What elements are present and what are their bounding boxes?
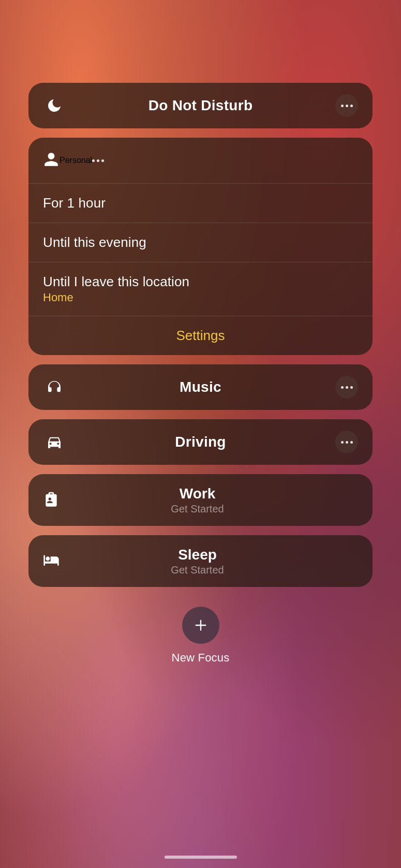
music-title: Music <box>66 379 335 395</box>
three-dots-icon <box>341 386 353 389</box>
badge-icon <box>43 491 60 509</box>
person-icon <box>43 151 60 170</box>
plus-icon <box>194 618 208 632</box>
driving-more-button[interactable] <box>335 431 358 453</box>
work-title: Work <box>60 485 335 503</box>
until-location-label: Until I leave this location <box>43 274 358 290</box>
new-focus-label: New Focus <box>172 651 230 665</box>
do-not-disturb-card[interactable]: Do Not Disturb <box>28 83 373 128</box>
headphone-icon <box>43 376 66 399</box>
personal-more-button[interactable] <box>92 159 104 162</box>
sleep-title-wrap: Sleep Get Started <box>60 546 335 577</box>
for-hour-menu-item[interactable]: For 1 hour <box>28 183 373 223</box>
work-title-wrap: Work Get Started <box>60 485 335 516</box>
driving-card[interactable]: Driving <box>28 419 373 465</box>
until-evening-menu-item[interactable]: Until this evening <box>28 223 373 262</box>
driving-title: Driving <box>66 434 335 450</box>
for-hour-label: For 1 hour <box>43 195 358 211</box>
personal-card-expanded: Personal For 1 hour Until this evening U… <box>28 138 373 355</box>
music-card[interactable]: Music <box>28 364 373 410</box>
sleep-title: Sleep <box>60 546 335 564</box>
do-not-disturb-more-button[interactable] <box>335 94 358 117</box>
moon-icon <box>43 94 66 117</box>
sleep-card[interactable]: Sleep Get Started <box>28 535 373 587</box>
new-focus-button[interactable] <box>182 607 219 644</box>
car-icon <box>43 431 66 453</box>
three-dots-icon <box>92 159 104 162</box>
personal-title: Personal <box>60 156 92 165</box>
home-indicator <box>165 856 237 859</box>
music-more-button[interactable] <box>335 376 358 399</box>
personal-card-header[interactable]: Personal <box>28 138 373 183</box>
do-not-disturb-title: Do Not Disturb <box>66 97 335 114</box>
until-location-menu-item[interactable]: Until I leave this location Home <box>28 262 373 316</box>
until-evening-label: Until this evening <box>43 234 358 251</box>
new-focus-section: New Focus <box>172 607 230 665</box>
settings-label: Settings <box>176 328 225 343</box>
bed-icon <box>43 552 60 570</box>
work-subtitle: Get Started <box>60 503 335 515</box>
personal-settings-item[interactable]: Settings <box>28 316 373 355</box>
three-dots-icon <box>341 441 353 444</box>
work-card[interactable]: Work Get Started <box>28 474 373 526</box>
main-container: Do Not Disturb Personal For 1 hour <box>0 0 401 696</box>
three-dots-icon <box>341 105 353 107</box>
location-name-label: Home <box>43 291 358 304</box>
sleep-subtitle: Get Started <box>60 564 335 576</box>
